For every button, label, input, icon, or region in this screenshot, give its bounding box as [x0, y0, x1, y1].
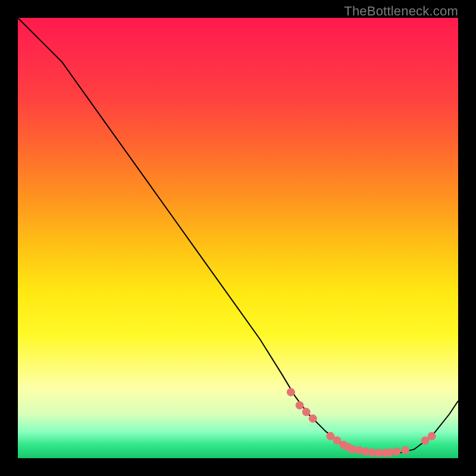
- highlight-dot: [287, 389, 295, 396]
- plot-area: [18, 18, 458, 458]
- highlight-dot: [309, 415, 317, 422]
- highlight-dot: [402, 446, 409, 454]
- chart-frame: TheBottleneck.com: [0, 0, 476, 476]
- highlight-dot: [421, 437, 429, 444]
- highlight-dot: [428, 433, 436, 440]
- watermark-text: TheBottleneck.com: [344, 4, 458, 19]
- highlight-dot: [302, 408, 310, 416]
- highlight-dot: [393, 447, 400, 455]
- chart-svg: [18, 18, 458, 458]
- highlight-dot: [333, 437, 341, 444]
- highlight-dot: [327, 433, 334, 440]
- bottleneck-curve: [18, 18, 458, 454]
- highlighted-dots-group: [287, 389, 436, 457]
- highlight-dot: [296, 402, 303, 409]
